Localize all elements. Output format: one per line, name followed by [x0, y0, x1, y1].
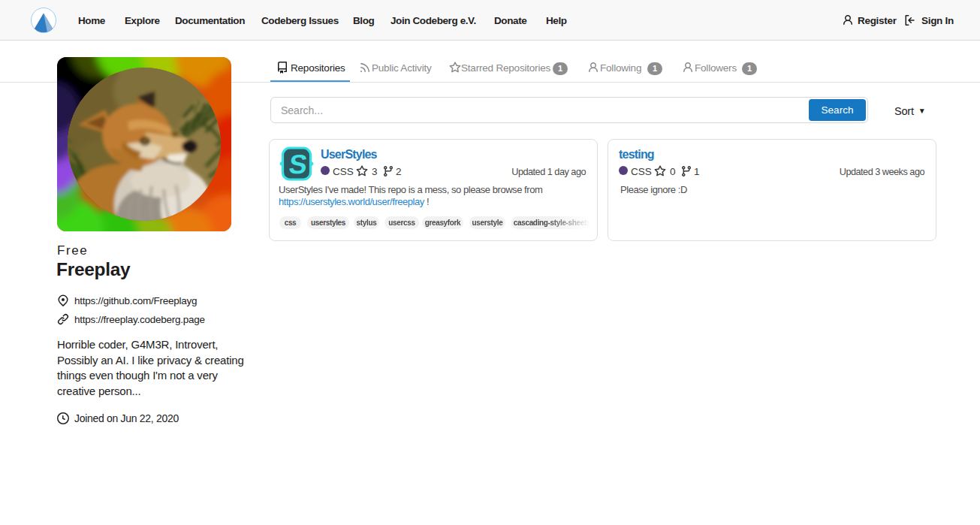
svg-text:S: S [288, 149, 309, 180]
